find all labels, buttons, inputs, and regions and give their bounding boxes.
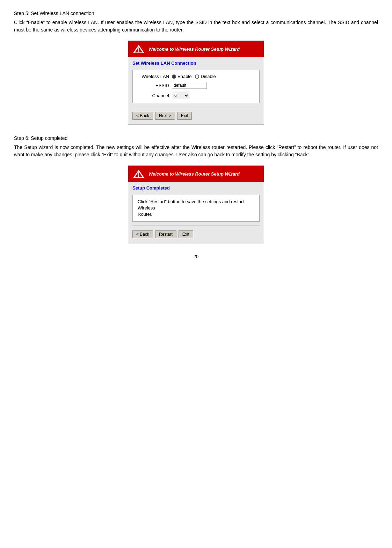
step6-wizard-logo <box>132 169 146 179</box>
essid-label: ESSID <box>138 83 169 88</box>
essid-row: ESSID <box>138 82 254 89</box>
step5-description: Click “Enable” to enable wireless LAN. I… <box>14 19 378 34</box>
enable-label: Enable <box>177 74 191 79</box>
wizard-header: Welcome to Wireless Router Setup Wizard <box>128 41 264 57</box>
channel-row: Channel 6 1 2 3 4 5 7 8 9 10 11 <box>138 92 254 99</box>
channel-label: Channel <box>138 93 169 98</box>
step5-next-button[interactable]: Next > <box>155 112 175 120</box>
wizard-form-area: Wireless LAN Enable Disable ESSID <box>132 70 260 103</box>
step6-exit-button[interactable]: Exit <box>179 230 193 238</box>
step6-description: The Setup wizard is now completed. The n… <box>14 144 378 158</box>
setup-complete-text-line2: Router. <box>138 211 254 218</box>
step6-wizard-body: Setup Completed Click "Restart" button t… <box>128 182 264 243</box>
step6-form-area: Click "Restart" button to save the setti… <box>132 195 260 222</box>
form-divider <box>132 107 260 107</box>
step6-heading: Step 6: Setup completed <box>14 135 378 141</box>
step5-wizard: Welcome to Wireless Router Setup Wizard … <box>128 41 264 125</box>
step5-exit-button[interactable]: Exit <box>177 112 192 120</box>
step6-wizard-header: Welcome to Wireless Router Setup Wizard <box>128 166 264 182</box>
page-number: 20 <box>14 254 378 259</box>
svg-point-3 <box>138 51 139 52</box>
enable-radio-dot <box>172 74 176 79</box>
radio-group-wireless: Enable Disable <box>172 74 216 79</box>
step6-restart-button[interactable]: Restart <box>155 230 176 238</box>
wizard-body: Set Wireless LAN Connection Wireless LAN… <box>128 57 264 124</box>
step6-form-divider <box>132 225 260 226</box>
channel-select[interactable]: 6 1 2 3 4 5 7 8 9 10 11 <box>172 92 189 99</box>
essid-input[interactable] <box>172 82 207 89</box>
step5-heading: Step 5: Set Wireless LAN connection <box>14 10 378 16</box>
setup-complete-text-line1: Click "Restart" button to save the setti… <box>138 199 254 211</box>
disable-radio[interactable]: Disable <box>195 74 216 79</box>
svg-point-7 <box>138 176 139 177</box>
disable-radio-dot <box>195 74 199 79</box>
wizard-section-title: Set Wireless LAN Connection <box>132 61 260 66</box>
disable-label: Disable <box>201 74 216 79</box>
wizard-buttons-step6: < Back Restart Exit <box>132 229 260 239</box>
wizard-logo <box>132 44 146 54</box>
wireless-lan-label: Wireless LAN <box>138 74 169 79</box>
step6-wizard-header-title: Welcome to Wireless Router Setup Wizard <box>148 171 240 177</box>
step5-back-button[interactable]: < Back <box>132 112 153 120</box>
step6-section-title: Setup Completed <box>132 185 260 191</box>
step6-back-button[interactable]: < Back <box>132 230 153 238</box>
wizard-header-title: Welcome to Wireless Router Setup Wizard <box>148 47 240 52</box>
enable-radio[interactable]: Enable <box>172 74 191 79</box>
wizard-buttons-step5: < Back Next > Exit <box>132 111 260 120</box>
step6-wizard: Welcome to Wireless Router Setup Wizard … <box>128 165 264 243</box>
wireless-lan-row: Wireless LAN Enable Disable <box>138 74 254 79</box>
